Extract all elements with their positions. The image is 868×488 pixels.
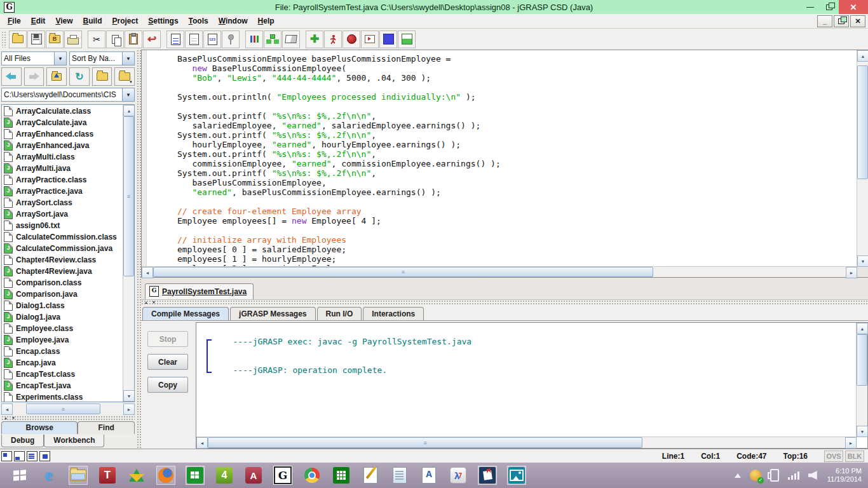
folder-menu-button[interactable]: ▼ <box>114 67 135 86</box>
taskbar-photos[interactable] <box>507 466 526 485</box>
open-file-button[interactable] <box>9 30 27 48</box>
scroll-down-icon[interactable]: ▼ <box>857 426 868 437</box>
scroll-down-icon[interactable]: ▼ <box>857 255 868 267</box>
new-folder-button[interactable] <box>92 67 112 86</box>
list-item[interactable]: ArrayPractice.class <box>2 174 123 186</box>
list-item[interactable]: Dialog1.class <box>2 300 123 311</box>
taskbar-reader-app[interactable] <box>478 466 497 485</box>
pin-button[interactable] <box>222 30 240 48</box>
paste-button[interactable] <box>125 30 142 48</box>
taskbar-drracket[interactable]: λ7 <box>449 466 468 485</box>
view-document-button[interactable] <box>166 30 184 48</box>
file-list-hscrollbar[interactable]: ◄ ≡ ► <box>1 403 135 414</box>
up-folder-button[interactable] <box>46 67 67 86</box>
scroll-right-icon[interactable]: ► <box>846 267 857 278</box>
blk-toggle[interactable]: BLK <box>845 451 864 462</box>
list-item[interactable]: EncapTest.java <box>2 380 123 391</box>
network-icon[interactable] <box>750 470 761 481</box>
forward-button[interactable] <box>24 67 44 86</box>
taskbar-t-app[interactable]: T <box>98 466 117 485</box>
tab-browse[interactable]: Browse <box>1 421 78 434</box>
tab-find[interactable]: Find <box>78 421 135 434</box>
list-item[interactable]: Chapter4Review.class <box>2 254 123 266</box>
taskbar-wordpad[interactable] <box>419 466 438 485</box>
lines-window-icon[interactable] <box>27 451 37 461</box>
tab-jgrasp-messages[interactable]: jGRASP Messages <box>230 307 316 320</box>
panel-divider[interactable] <box>137 50 141 449</box>
list-item[interactable]: ArrayEnhanced.java <box>2 140 123 151</box>
menu-edit[interactable]: Edit <box>27 15 52 27</box>
list-item[interactable]: ArrayEnhanced.class <box>2 128 123 140</box>
hierarchy-button[interactable] <box>264 30 281 48</box>
hidden-icons-icon[interactable] <box>735 470 741 478</box>
list-item[interactable]: CalculateCommission.java <box>2 243 123 254</box>
numbered-document-button[interactable]: 123 <box>203 30 221 48</box>
cut-button[interactable]: ✂ <box>88 30 105 48</box>
taskbar-calculator[interactable] <box>332 466 351 485</box>
list-item[interactable]: Encap.java <box>2 357 123 369</box>
tab-run-i-o[interactable]: Run I/O <box>317 307 362 320</box>
back-button[interactable] <box>1 67 22 86</box>
undo-button[interactable]: ↩ <box>143 30 161 48</box>
editor-message-splitter[interactable]: ▲▼ <box>141 300 868 306</box>
list-item[interactable]: Chapter4Review.java <box>2 266 123 277</box>
code-editor[interactable]: BasePlusCommissionEmployee basePlusCommi… <box>141 50 868 278</box>
taskbar-firefox[interactable] <box>156 466 175 485</box>
scroll-left-icon[interactable]: ◄ <box>142 267 153 278</box>
statistics-chart-button[interactable] <box>245 30 263 48</box>
message-hscrollbar[interactable]: ◄ ≡ ► <box>196 437 857 448</box>
scroll-up-icon[interactable]: ▲ <box>857 50 868 62</box>
list-item[interactable]: Comparison.java <box>2 288 123 300</box>
taskbar-jgrasp[interactable]: G <box>273 466 292 485</box>
presentation-button[interactable] <box>361 30 379 48</box>
debug-button[interactable] <box>342 30 360 48</box>
scroll-right-icon[interactable]: ► <box>845 437 857 449</box>
list-item[interactable]: ArrayCalculate.class <box>2 105 123 117</box>
sidebar-splitter[interactable]: ▲▼ <box>1 416 135 421</box>
book-button[interactable] <box>282 30 300 48</box>
taskbar-app-4[interactable]: 4 <box>215 466 234 485</box>
scroll-left-icon[interactable]: ◄ <box>1 403 13 415</box>
editor-vscrollbar[interactable]: ▲ ▼ <box>857 50 868 267</box>
tab-workbench[interactable]: Workbench <box>44 435 104 447</box>
float-window-icon[interactable] <box>1 451 12 461</box>
taskbar-ms-access[interactable]: A <box>244 466 263 485</box>
menu-help[interactable]: Help <box>254 15 281 27</box>
inner-minimize-icon[interactable]: _ <box>817 15 832 27</box>
taskbar-code-editor[interactable] <box>361 466 380 485</box>
copy-button[interactable]: Copy <box>147 377 188 393</box>
menu-tools[interactable]: Tools <box>185 15 215 27</box>
list-item[interactable]: assign06.txt <box>2 220 123 231</box>
list-item[interactable]: ArraySort.java <box>2 208 123 220</box>
scroll-up-icon[interactable]: ▲ <box>123 105 135 116</box>
list-item[interactable]: ArrayMulti.class <box>2 151 123 163</box>
chevron-down-icon[interactable]: ▼ <box>122 51 135 65</box>
tab-compile-messages[interactable]: Compile Messages <box>142 307 229 320</box>
taskbar-windows-store[interactable] <box>186 466 205 485</box>
taskbar-chrome[interactable] <box>302 466 322 485</box>
taskbar-google-drive[interactable] <box>127 466 146 485</box>
sort-dropdown[interactable]: Sort By Na... ▼ <box>69 51 135 65</box>
list-item[interactable]: ArraySort.class <box>2 197 123 208</box>
menu-window[interactable]: Window <box>215 15 254 27</box>
taskbar-notepad[interactable] <box>390 466 409 485</box>
tab-interactions[interactable]: Interactions <box>363 307 424 320</box>
tab-payrollsystemtest[interactable]: G PayrollSystemTest.java <box>145 283 254 299</box>
taskbar-internet-explorer[interactable]: e <box>39 466 58 485</box>
list-item[interactable]: ArrayPractice.java <box>2 186 123 197</box>
chevron-down-icon[interactable]: ▼ <box>54 51 67 65</box>
split-window-icon[interactable] <box>14 451 25 461</box>
cascade-window-icon[interactable] <box>39 451 50 461</box>
list-item[interactable]: Experiments.class <box>2 391 123 402</box>
list-item[interactable]: Encap.class <box>2 346 123 357</box>
workbench-window-button[interactable] <box>398 30 416 48</box>
list-item[interactable]: Employee.class <box>2 323 123 334</box>
taskbar-clock[interactable]: 6:10 PM 11/19/2014 <box>827 467 862 484</box>
clear-button[interactable]: Clear <box>147 354 188 370</box>
menu-view[interactable]: View <box>51 15 79 27</box>
power-icon[interactable] <box>770 469 779 482</box>
print-button[interactable] <box>64 30 82 48</box>
list-item[interactable]: CalculateCommission.class <box>2 231 123 243</box>
toolbar-grip[interactable] <box>1 31 6 48</box>
menu-file[interactable]: File <box>4 15 27 27</box>
